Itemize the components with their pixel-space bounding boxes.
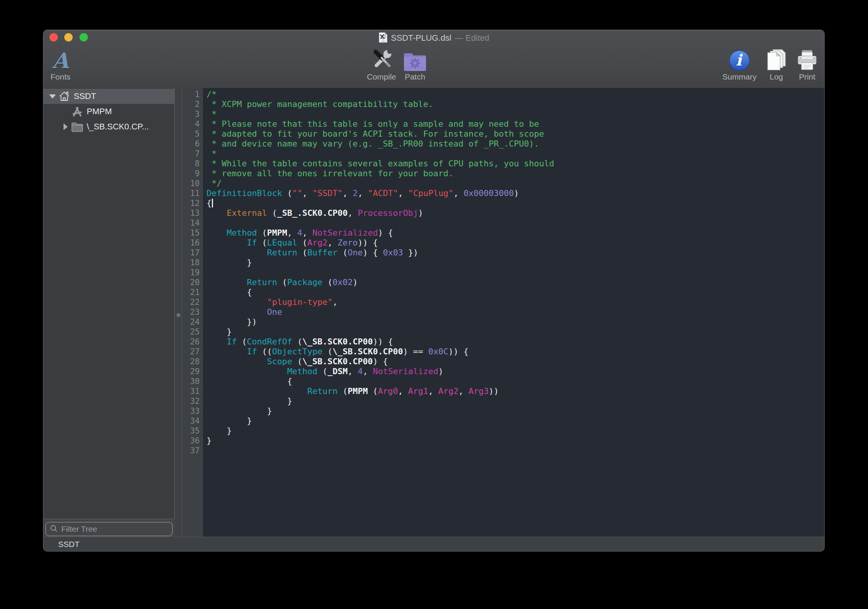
code-content[interactable]: /* * XCPM power management compatibility… — [203, 88, 825, 537]
code-line-29[interactable]: Method (_DSM, 4, NotSerialized) — [207, 367, 825, 376]
sidebar-item-sb-sck0-cp[interactable]: \_SB.SCK0.CP... — [43, 119, 174, 134]
code-line-34[interactable]: } — [207, 416, 825, 426]
code-line-20[interactable]: Return (Package (0x02) — [207, 277, 825, 287]
filter-placeholder: Filter Tree — [61, 525, 97, 534]
sidebar-item-label: SSDT — [74, 91, 96, 101]
line-number-11: 11 — [182, 188, 202, 198]
line-number-28: 28 — [182, 357, 202, 367]
summary-info-icon: i — [722, 47, 757, 71]
sidebar-item-ssdt[interactable]: SSDT — [43, 89, 174, 104]
compile-button[interactable]: Compile — [367, 47, 396, 81]
text-cursor — [212, 199, 213, 207]
line-number-20: 20 — [182, 277, 202, 287]
line-number-17: 17 — [182, 248, 202, 258]
line-number-10: 10 — [182, 179, 202, 188]
code-line-11[interactable]: DefinitionBlock ("", "SSDT", 2, "ACDT", … — [207, 188, 825, 198]
code-line-28[interactable]: Scope (\_SB.SCK0.CP00) { — [207, 357, 825, 367]
line-number-8: 8 — [182, 159, 202, 169]
code-line-25[interactable]: } — [207, 327, 825, 337]
line-number-6: 6 — [182, 139, 202, 149]
line-number-29: 29 — [182, 367, 202, 376]
sidebar-tree: SSDT PMPM \_SB.SCK0.CP... — [43, 88, 175, 519]
document-proxy-icon[interactable]: DSL — [378, 32, 388, 45]
line-number-13: 13 — [182, 208, 202, 218]
line-number-37: 37 — [182, 446, 202, 456]
code-line-4[interactable]: * Please note that this table is only a … — [207, 119, 825, 129]
summary-button[interactable]: i Summary — [722, 47, 757, 81]
code-line-5[interactable]: * adapted to fit your board's ACPI stack… — [207, 129, 825, 139]
filter-tree-input[interactable]: Filter Tree — [45, 522, 173, 536]
code-line-10[interactable]: */ — [207, 179, 825, 188]
code-line-32[interactable]: } — [207, 396, 825, 406]
line-number-27: 27 — [182, 347, 202, 357]
line-number-gutter: 1234567891011121314151617181920212223242… — [182, 88, 203, 537]
line-number-1: 1 — [182, 89, 202, 99]
code-line-33[interactable]: } — [207, 406, 825, 416]
disclosure-triangle[interactable] — [61, 123, 70, 130]
patch-button[interactable]: Patch — [403, 47, 427, 81]
svg-text:DSL: DSL — [382, 40, 385, 42]
line-number-4: 4 — [182, 119, 202, 129]
status-bar: SSDT — [43, 537, 824, 552]
print-button[interactable]: Print — [796, 47, 818, 81]
code-line-3[interactable]: * — [207, 109, 825, 119]
window-header: DSL SSDT-PLUG.dsl — Edited A Fonts — [43, 30, 824, 88]
log-documents-icon — [765, 47, 787, 71]
code-line-6[interactable]: * and device name may vary (e.g. _SB_.PR… — [207, 139, 825, 149]
fonts-button[interactable]: A Fonts — [51, 47, 71, 81]
line-number-3: 3 — [182, 109, 202, 119]
code-line-24[interactable]: }) — [207, 317, 825, 327]
splitter-handle[interactable] — [176, 313, 180, 317]
zoom-button[interactable] — [79, 33, 88, 41]
line-number-19: 19 — [182, 268, 202, 277]
window-edited-status: — Edited — [455, 33, 490, 43]
code-line-31[interactable]: Return (PMPM (Arg0, Arg1, Arg2, Arg3)) — [207, 386, 825, 396]
line-number-16: 16 — [182, 238, 202, 248]
code-line-17[interactable]: Return (Buffer (One) { 0x03 }) — [207, 248, 825, 258]
code-line-37[interactable] — [207, 446, 825, 456]
code-line-36[interactable]: } — [207, 436, 825, 446]
code-line-35[interactable]: } — [207, 426, 825, 436]
code-line-26[interactable]: If (CondRefOf (\_SB.SCK0.CP00)) { — [207, 337, 825, 347]
code-line-9[interactable]: * remove all the ones irrelevant for you… — [207, 169, 825, 179]
line-number-5: 5 — [182, 129, 202, 139]
code-line-15[interactable]: Method (PMPM, 4, NotSerialized) { — [207, 228, 825, 238]
sidebar-item-pmpm[interactable]: PMPM — [43, 104, 174, 119]
code-line-16[interactable]: If (LEqual (Arg2, Zero)) { — [207, 238, 825, 248]
code-line-21[interactable]: { — [207, 287, 825, 297]
code-line-23[interactable]: One — [207, 307, 825, 317]
app-window: DSL SSDT-PLUG.dsl — Edited A Fonts — [43, 30, 825, 552]
folder-icon — [71, 120, 84, 133]
line-number-15: 15 — [182, 228, 202, 238]
search-icon — [50, 525, 58, 534]
code-line-2[interactable]: * XCPM power management compatibility ta… — [207, 99, 825, 109]
code-line-13[interactable]: External (_SB_.SCK0.CP00, ProcessorObj) — [207, 208, 825, 218]
code-line-12[interactable]: { — [207, 198, 825, 208]
close-button[interactable] — [49, 33, 58, 41]
printer-icon — [796, 47, 818, 71]
code-line-7[interactable]: * — [207, 149, 825, 159]
code-line-1[interactable]: /* — [207, 89, 825, 99]
compile-icon — [367, 47, 396, 71]
line-number-34: 34 — [182, 416, 202, 426]
minimize-button[interactable] — [64, 33, 73, 41]
code-line-14[interactable] — [207, 218, 825, 228]
disclosure-triangle[interactable] — [48, 94, 57, 99]
patch-icon — [403, 47, 427, 71]
line-number-9: 9 — [182, 169, 202, 179]
titlebar: DSL SSDT-PLUG.dsl — Edited — [378, 30, 489, 46]
line-number-7: 7 — [182, 149, 202, 159]
line-number-33: 33 — [182, 406, 202, 416]
code-line-8[interactable]: * While the table contains several examp… — [207, 159, 825, 169]
code-line-27[interactable]: If ((ObjectType (\_SB.SCK0.CP00) == 0x0C… — [207, 347, 825, 357]
line-number-35: 35 — [182, 426, 202, 436]
line-number-36: 36 — [182, 436, 202, 446]
status-text: SSDT — [58, 537, 79, 552]
log-button[interactable]: Log — [765, 47, 787, 81]
line-number-18: 18 — [182, 258, 202, 268]
code-line-18[interactable]: } — [207, 258, 825, 268]
code-line-30[interactable]: { — [207, 376, 825, 386]
code-line-22[interactable]: "plugin-type", — [207, 297, 825, 307]
window-title: SSDT-PLUG.dsl — [391, 33, 451, 43]
code-line-19[interactable] — [207, 268, 825, 277]
